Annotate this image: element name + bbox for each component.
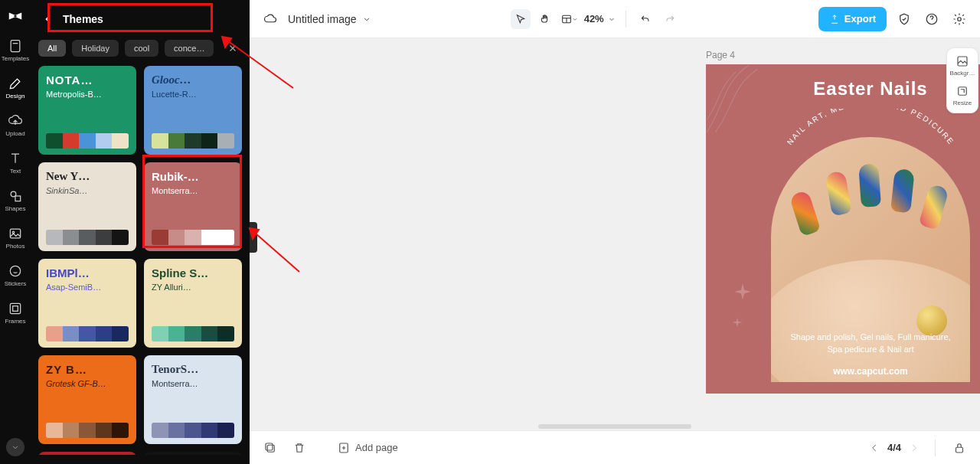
svg-rect-25 bbox=[959, 87, 967, 96]
theme-font-primary: TenorS… bbox=[152, 363, 234, 376]
bottombar: Add page 4/4 bbox=[250, 430, 980, 464]
svg-line-26 bbox=[222, 37, 293, 88]
zoom-value: 42% bbox=[584, 13, 604, 25]
select-tool[interactable] bbox=[511, 9, 531, 29]
svg-marker-29 bbox=[250, 228, 259, 239]
chip-all[interactable]: All bbox=[38, 40, 66, 57]
annotation-box bbox=[142, 155, 242, 248]
resize-button[interactable]: Resize bbox=[953, 84, 972, 106]
svg-rect-24 bbox=[958, 57, 967, 66]
frames-icon bbox=[8, 301, 23, 316]
background-button[interactable]: Backgr… bbox=[950, 54, 975, 77]
theme-grid: NOTA…Metropolis-B…Glooc…Lucette-R…New Y…… bbox=[38, 66, 242, 455]
layout-tool[interactable] bbox=[560, 9, 580, 29]
redo-button[interactable] bbox=[660, 9, 680, 29]
pager: 4/4 bbox=[867, 441, 921, 455]
shield-icon[interactable] bbox=[894, 9, 914, 29]
resize-icon bbox=[956, 84, 969, 98]
chip-row: All Holiday cool conce… bbox=[38, 37, 242, 60]
theme-card[interactable]: Antonio-Bold bbox=[38, 452, 136, 455]
chevron-down-icon bbox=[361, 14, 372, 25]
theme-card[interactable]: NOTA…Metropolis-B… bbox=[38, 66, 136, 155]
upload-icon bbox=[8, 113, 23, 129]
cloud-sync-icon[interactable] bbox=[260, 9, 280, 29]
settings-icon[interactable] bbox=[949, 9, 969, 29]
main-area: Untitled image 42% Export Page 4 bbox=[250, 0, 980, 464]
svg-rect-3 bbox=[15, 196, 21, 201]
rail-upload[interactable]: Upload bbox=[0, 113, 31, 137]
layers-icon[interactable] bbox=[260, 438, 280, 458]
stickers-icon bbox=[8, 263, 23, 279]
topbar: Untitled image 42% Export bbox=[250, 0, 980, 38]
export-button[interactable]: Export bbox=[818, 7, 887, 31]
rail-templates[interactable]: Templates bbox=[0, 38, 31, 62]
rail-design[interactable]: Design bbox=[0, 76, 31, 100]
templates-icon bbox=[8, 38, 23, 54]
canvas[interactable]: Page 4 Easter Nails NAIL ART, MENICURE A… bbox=[250, 38, 980, 430]
theme-font-secondary: Metropolis-B… bbox=[46, 90, 129, 99]
rail-label: Photos bbox=[6, 243, 25, 250]
page-header: Page 4 bbox=[706, 47, 980, 63]
design-page[interactable]: Easter Nails NAIL ART, MENICURE AND PEDI… bbox=[706, 64, 980, 394]
add-page-button[interactable]: Add page bbox=[337, 441, 398, 455]
theme-card[interactable]: Spline S…ZY Alluri… bbox=[144, 259, 242, 348]
rail-label: Stickers bbox=[5, 280, 26, 287]
export-icon bbox=[829, 14, 840, 25]
doc-title[interactable]: Untitled image bbox=[288, 13, 372, 25]
rail-photos[interactable]: Photos bbox=[0, 226, 31, 250]
svg-point-13 bbox=[958, 17, 962, 21]
sparkle-icon bbox=[733, 282, 753, 302]
theme-font-secondary: SinkinSa… bbox=[46, 186, 129, 195]
text-icon bbox=[8, 151, 23, 166]
pager-next[interactable] bbox=[907, 441, 921, 455]
resize-label: Resize bbox=[953, 100, 972, 106]
rail-label: Design bbox=[6, 93, 25, 100]
leaf-decoration bbox=[706, 64, 782, 144]
hand-tool[interactable] bbox=[535, 9, 555, 29]
rail-label: Text bbox=[10, 168, 21, 175]
svg-rect-21 bbox=[266, 443, 273, 450]
rail-stickers[interactable]: Stickers bbox=[0, 263, 31, 287]
background-icon bbox=[956, 54, 969, 68]
rail-shapes[interactable]: Shapes bbox=[0, 188, 31, 212]
pager-prev[interactable] bbox=[867, 441, 881, 455]
annotation-box bbox=[47, 3, 213, 32]
delete-icon[interactable] bbox=[289, 438, 309, 458]
chip-concept[interactable]: conce… bbox=[165, 40, 214, 57]
rail-more-button[interactable] bbox=[6, 438, 24, 456]
theme-card[interactable]: New Y…SinkinSa… bbox=[38, 162, 136, 251]
chip-cool[interactable]: cool bbox=[125, 40, 158, 57]
sparkle-icon bbox=[731, 316, 743, 328]
theme-card[interactable]: TenorS…Montserra… bbox=[144, 355, 242, 444]
theme-font-secondary: Grotesk GF-B… bbox=[46, 379, 129, 388]
capcut-logo[interactable] bbox=[7, 8, 24, 25]
background-label: Backgr… bbox=[950, 70, 975, 77]
quick-panel: Backgr… Resize bbox=[946, 47, 978, 113]
rail-label: Upload bbox=[5, 130, 24, 137]
annotation-arrow bbox=[242, 222, 303, 279]
annotation-arrow bbox=[213, 31, 297, 95]
undo-button[interactable] bbox=[635, 9, 655, 29]
add-page-icon bbox=[337, 441, 351, 455]
rail-label: Frames bbox=[5, 318, 25, 325]
design-icon bbox=[8, 76, 23, 91]
horizontal-scrollbar[interactable] bbox=[538, 424, 691, 429]
zoom-dropdown[interactable]: 42% bbox=[584, 13, 616, 25]
theme-card[interactable]: ZY B…Grotesk GF-B… bbox=[38, 355, 136, 444]
page-description: Shape and polish, Gel nails, Full manicu… bbox=[706, 332, 980, 355]
rail-frames[interactable]: Frames bbox=[0, 301, 31, 325]
rail-text[interactable]: Text bbox=[0, 151, 31, 175]
chip-holiday[interactable]: Holiday bbox=[72, 40, 119, 57]
theme-card[interactable]: IBMPl…Asap-SemiB… bbox=[38, 259, 136, 348]
rail-label: Shapes bbox=[5, 205, 25, 212]
svg-point-6 bbox=[10, 266, 20, 276]
theme-card[interactable]: ZYCHE… bbox=[144, 452, 242, 455]
export-label: Export bbox=[844, 13, 876, 25]
photos-icon bbox=[8, 226, 23, 241]
theme-swatches bbox=[152, 133, 234, 149]
theme-font-secondary: ZY Alluri… bbox=[152, 283, 234, 292]
theme-font-primary: ZY B… bbox=[46, 363, 129, 376]
lock-icon[interactable] bbox=[949, 438, 969, 458]
theme-font-primary: Spline S… bbox=[152, 266, 234, 279]
help-icon[interactable] bbox=[922, 9, 942, 29]
